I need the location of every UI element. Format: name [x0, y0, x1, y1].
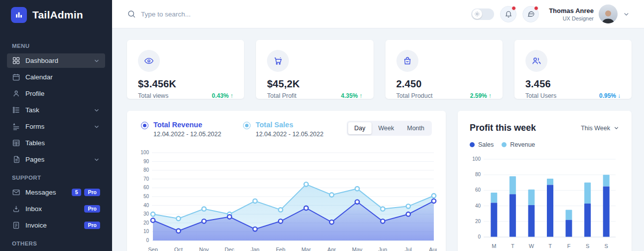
svg-text:Jan: Jan	[251, 247, 259, 251]
period-week-button[interactable]: Week	[373, 122, 400, 134]
legend-item-sales: Sales	[470, 141, 494, 148]
sidebar-item-label: Inbox	[25, 205, 42, 213]
table-icon	[12, 139, 20, 147]
sidebar-item-label: Invoice	[25, 222, 47, 229]
sidebar-item-label: Messages	[25, 189, 56, 196]
svg-text:100: 100	[140, 150, 149, 155]
svg-text:M: M	[492, 243, 496, 249]
stat-card-total-profit: $45,2K Total Profit 4.35%↑	[256, 40, 373, 99]
bar-chart: 020406080100MTWTFSS	[470, 154, 620, 251]
week-select-dropdown[interactable]: This Week	[581, 125, 620, 132]
sidebar-item-pages[interactable]: Pages	[7, 152, 105, 167]
chevron-down-icon	[623, 10, 630, 18]
sidebar-item-label: Tables	[25, 139, 45, 147]
period-switcher: Day Week Month	[347, 121, 432, 136]
invoice-icon	[12, 221, 20, 230]
bag-icon	[396, 50, 418, 72]
svg-text:Nov: Nov	[199, 247, 209, 251]
theme-toggle[interactable]	[471, 8, 494, 20]
stat-value: 3.456	[525, 78, 557, 90]
svg-text:30: 30	[143, 211, 149, 217]
sidebar-item-tables[interactable]: Tables	[7, 136, 105, 150]
svg-text:20: 20	[475, 219, 481, 224]
svg-text:Jun: Jun	[379, 247, 387, 251]
app-root: TailAdmin MENU Dashboard Calendar Profil…	[0, 0, 644, 251]
svg-text:60: 60	[475, 187, 481, 193]
svg-text:S: S	[605, 243, 608, 249]
sidebar-item-dashboard[interactable]: Dashboard	[7, 53, 105, 68]
svg-text:S: S	[586, 243, 589, 249]
search-icon	[127, 9, 136, 18]
svg-text:90: 90	[143, 159, 149, 164]
menu-section-label: MENU	[12, 43, 100, 49]
svg-text:Oct: Oct	[174, 247, 183, 251]
sidebar-item-label: Calendar	[25, 73, 53, 81]
legend-item-revenue: Revenue	[502, 141, 535, 148]
logo[interactable]: TailAdmin	[11, 7, 101, 23]
svg-text:Dec: Dec	[225, 247, 235, 251]
tailadmin-logo-icon	[11, 7, 27, 23]
chevron-down-icon	[93, 57, 100, 64]
user-icon	[12, 89, 20, 98]
svg-text:Jul: Jul	[405, 247, 412, 251]
stat-value: $3.456K	[138, 78, 176, 90]
sidebar-item-invoice[interactable]: Invoice Pro	[7, 218, 105, 233]
sidebar-item-label: Dashboard	[25, 57, 58, 64]
stat-delta: 0.95%↓	[599, 92, 621, 99]
revenue-chart-panel: Total Revenue 12.04.2022 - 12.05.2022 To…	[127, 111, 446, 251]
svg-text:Aug: Aug	[429, 247, 437, 251]
pro-badge: Pro	[84, 189, 100, 197]
total-revenue-toggle[interactable]: Total Revenue 12.04.2022 - 12.05.2022	[141, 121, 221, 138]
chevron-down-icon	[93, 107, 100, 114]
support-section-label: SUPPORT	[12, 175, 100, 181]
svg-text:40: 40	[143, 203, 149, 208]
svg-text:T: T	[548, 243, 552, 249]
svg-text:F: F	[567, 243, 571, 249]
period-day-button[interactable]: Day	[348, 122, 371, 134]
cart-icon	[267, 50, 289, 72]
chevron-down-icon	[613, 125, 620, 131]
svg-text:40: 40	[475, 203, 481, 209]
down-arrow-icon: ↓	[618, 92, 621, 99]
up-arrow-icon: ↑	[489, 92, 492, 99]
eye-icon	[138, 50, 160, 72]
stat-label: Total Users	[525, 92, 557, 99]
series-date-range: 12.04.2022 - 12.05.2022	[153, 131, 221, 138]
sidebar-item-messages[interactable]: Messages 5 Pro	[7, 185, 105, 200]
users-icon	[525, 50, 547, 72]
main-content: $3.456K Total views 0.43%↑ $45,2K Total …	[112, 28, 644, 251]
user-name: Thomas Anree	[549, 7, 594, 14]
period-month-button[interactable]: Month	[401, 122, 430, 134]
messages-button[interactable]	[522, 6, 539, 22]
calendar-icon	[12, 73, 20, 81]
panel-title: Profit this week	[470, 123, 536, 133]
sidebar-item-calendar[interactable]: Calendar	[7, 70, 105, 84]
total-sales-toggle[interactable]: Total Sales 12.04.2022 - 12.05.2022	[243, 121, 323, 138]
user-role: UX Designer	[549, 15, 594, 21]
sidebar-item-label: Profile	[25, 90, 44, 97]
svg-text:100: 100	[472, 156, 481, 162]
avatar	[599, 4, 618, 23]
sidebar-item-inbox[interactable]: Inbox Pro	[7, 202, 105, 216]
task-list-icon	[12, 106, 20, 114]
user-menu[interactable]: Thomas Anree UX Designer	[549, 4, 630, 23]
sidebar-item-forms[interactable]: Forms	[7, 119, 105, 134]
revenue-legend-dot	[502, 142, 507, 147]
svg-text:Apr: Apr	[327, 247, 336, 251]
svg-text:10: 10	[143, 229, 149, 234]
svg-text:Mar: Mar	[301, 247, 311, 251]
stat-value: $45,2K	[267, 78, 300, 90]
sidebar-item-label: Pages	[25, 156, 44, 163]
pages-icon	[12, 155, 20, 164]
top-header: Thomas Anree UX Designer	[112, 0, 644, 28]
sidebar-item-profile[interactable]: Profile	[7, 86, 105, 101]
logo-text: TailAdmin	[32, 9, 83, 21]
envelope-icon	[12, 188, 20, 197]
stat-cards-row: $3.456K Total views 0.43%↑ $45,2K Total …	[127, 40, 632, 99]
stat-card-total-users: 3.456 Total Users 0.95%↓	[515, 40, 632, 99]
messages-count-badge: 5	[72, 189, 82, 197]
search-input[interactable]	[141, 10, 280, 18]
sidebar-item-task[interactable]: Task	[7, 103, 105, 117]
notifications-button[interactable]	[500, 6, 516, 22]
pro-badge: Pro	[84, 205, 100, 213]
